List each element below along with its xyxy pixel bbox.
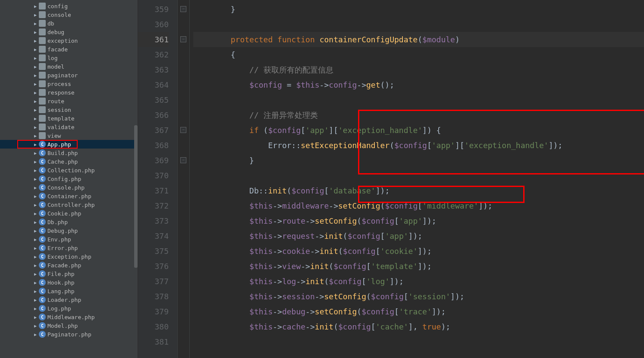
tree-file-Error.php[interactable]: ▶CError.php — [0, 244, 138, 252]
chevron-right-icon[interactable]: ▶ — [33, 47, 38, 52]
code-line-369[interactable]: } — [193, 153, 644, 168]
code-line-378[interactable]: $this->session->setConfig($config['sessi… — [193, 289, 644, 304]
code-line-374[interactable]: $this->request->init($config['app']); — [193, 228, 644, 244]
code-line-377[interactable]: $this->log->init($config['log']); — [193, 274, 644, 289]
code-line-379[interactable]: $this->debug->setConfig($config['trace']… — [193, 304, 644, 319]
code-line-361[interactable]: protected function containerConfigUpdate… — [193, 32, 644, 47]
tree-file-Cache.php[interactable]: ▶CCache.php — [0, 157, 138, 166]
chevron-right-icon[interactable]: ▶ — [33, 323, 38, 328]
code-line-368[interactable]: Error::setExceptionHandler($config['app'… — [193, 138, 644, 153]
sidebar-scrollbar[interactable] — [134, 125, 138, 268]
code-area[interactable]: } protected function containerConfigUpda… — [178, 0, 644, 358]
tree-folder-process[interactable]: ▶process — [0, 79, 138, 88]
code-line-380[interactable]: $this->cache->init($config['cache'], tru… — [193, 319, 644, 334]
chevron-right-icon[interactable]: ▶ — [33, 306, 38, 311]
code-line-366[interactable]: // 注册异常处理类 — [193, 108, 644, 123]
code-line-365[interactable] — [193, 92, 644, 108]
tree-file-Debug.php[interactable]: ▶CDebug.php — [0, 226, 138, 235]
chevron-right-icon[interactable]: ▶ — [33, 315, 38, 320]
chevron-right-icon[interactable]: ▶ — [33, 272, 38, 276]
tree-folder-paginator[interactable]: ▶paginator — [0, 71, 138, 79]
chevron-right-icon[interactable]: ▶ — [33, 280, 38, 285]
tree-folder-debug[interactable]: ▶debug — [0, 28, 138, 36]
chevron-right-icon[interactable]: ▶ — [33, 151, 38, 155]
chevron-right-icon[interactable]: ▶ — [33, 30, 38, 35]
chevron-right-icon[interactable]: ▶ — [33, 73, 38, 78]
chevron-right-icon[interactable]: ▶ — [33, 194, 38, 199]
tree-folder-db[interactable]: ▶db — [0, 19, 138, 28]
chevron-right-icon[interactable]: ▶ — [33, 64, 38, 69]
code-line-364[interactable]: $config = $this->config->get(); — [193, 77, 644, 92]
chevron-right-icon[interactable]: ▶ — [33, 228, 38, 233]
chevron-right-icon[interactable]: ▶ — [33, 142, 38, 147]
tree-file-Container.php[interactable]: ▶CContainer.php — [0, 192, 138, 200]
code-line-381[interactable] — [193, 334, 644, 349]
tree-folder-log[interactable]: ▶log — [0, 54, 138, 62]
tree-file-File.php[interactable]: ▶CFile.php — [0, 269, 138, 278]
chevron-right-icon[interactable]: ▶ — [33, 99, 38, 104]
tree-folder-template[interactable]: ▶template — [0, 114, 138, 123]
tree-file-Exception.php[interactable]: ▶CException.php — [0, 252, 138, 261]
tree-file-Config.php[interactable]: ▶CConfig.php — [0, 174, 138, 183]
tree-folder-validate[interactable]: ▶validate — [0, 123, 138, 131]
code-line-359[interactable]: } — [193, 2, 644, 17]
chevron-right-icon[interactable]: ▶ — [33, 220, 38, 225]
chevron-right-icon[interactable]: ▶ — [33, 38, 38, 43]
tree-file-Hook.php[interactable]: ▶CHook.php — [0, 278, 138, 287]
code-line-372[interactable]: $this->middleware->setConfig($config['mi… — [193, 198, 644, 213]
code-line-367[interactable]: if ($config['app']['exception_handle']) … — [193, 123, 644, 138]
chevron-right-icon[interactable]: ▶ — [33, 211, 38, 216]
chevron-right-icon[interactable]: ▶ — [33, 168, 38, 173]
chevron-right-icon[interactable]: ▶ — [33, 133, 38, 138]
code-line-363[interactable]: // 获取所有的配置信息 — [193, 62, 644, 77]
code-editor[interactable]: 3593603613623633643653663673683693703713… — [138, 0, 644, 358]
chevron-right-icon[interactable]: ▶ — [33, 177, 38, 181]
chevron-right-icon[interactable]: ▶ — [33, 203, 38, 207]
tree-file-Middleware.php[interactable]: ▶CMiddleware.php — [0, 313, 138, 321]
tree-file-Facade.php[interactable]: ▶CFacade.php — [0, 261, 138, 269]
chevron-right-icon[interactable]: ▶ — [33, 185, 38, 190]
tree-file-Paginator.php[interactable]: ▶CPaginator.php — [0, 330, 138, 339]
tree-file-Collection.php[interactable]: ▶CCollection.php — [0, 166, 138, 174]
code-line-370[interactable] — [193, 168, 644, 183]
tree-folder-model[interactable]: ▶model — [0, 62, 138, 71]
tree-folder-exception[interactable]: ▶exception — [0, 36, 138, 45]
chevron-right-icon[interactable]: ▶ — [33, 108, 38, 112]
tree-file-Build.php[interactable]: ▶CBuild.php — [0, 149, 138, 157]
tree-file-App.php[interactable]: ▶CApp.php — [0, 140, 138, 149]
chevron-right-icon[interactable]: ▶ — [33, 159, 38, 164]
tree-folder-view[interactable]: ▶view — [0, 131, 138, 140]
chevron-right-icon[interactable]: ▶ — [33, 13, 38, 17]
tree-file-Model.php[interactable]: ▶CModel.php — [0, 321, 138, 330]
tree-file-Loader.php[interactable]: ▶CLoader.php — [0, 295, 138, 304]
chevron-right-icon[interactable]: ▶ — [33, 82, 38, 86]
tree-file-Controller.php[interactable]: ▶CController.php — [0, 200, 138, 209]
chevron-right-icon[interactable]: ▶ — [33, 289, 38, 294]
code-line-360[interactable] — [193, 17, 644, 32]
tree-file-Db.php[interactable]: ▶CDb.php — [0, 218, 138, 226]
tree-folder-session[interactable]: ▶session — [0, 105, 138, 114]
chevron-right-icon[interactable]: ▶ — [33, 237, 38, 242]
code-line-376[interactable]: $this->view->init($config['template']); — [193, 259, 644, 274]
tree-file-Env.php[interactable]: ▶CEnv.php — [0, 235, 138, 244]
chevron-right-icon[interactable]: ▶ — [33, 21, 38, 26]
tree-folder-config[interactable]: ▶config — [0, 2, 138, 10]
tree-folder-route[interactable]: ▶route — [0, 97, 138, 105]
code-line-362[interactable]: { — [193, 47, 644, 62]
project-tree[interactable]: ▶config▶console▶db▶debug▶exception▶facad… — [0, 0, 138, 358]
chevron-right-icon[interactable]: ▶ — [33, 246, 38, 250]
tree-file-Lang.php[interactable]: ▶CLang.php — [0, 287, 138, 295]
chevron-right-icon[interactable]: ▶ — [33, 298, 38, 302]
chevron-right-icon[interactable]: ▶ — [33, 125, 38, 130]
code-line-373[interactable]: $this->route->setConfig($config['app']); — [193, 213, 644, 228]
tree-file-Log.php[interactable]: ▶CLog.php — [0, 304, 138, 313]
code-line-375[interactable]: $this->cookie->init($config['cookie']); — [193, 244, 644, 259]
tree-folder-response[interactable]: ▶response — [0, 88, 138, 97]
chevron-right-icon[interactable]: ▶ — [33, 332, 38, 337]
tree-file-Console.php[interactable]: ▶CConsole.php — [0, 183, 138, 192]
chevron-right-icon[interactable]: ▶ — [33, 116, 38, 121]
tree-folder-console[interactable]: ▶console — [0, 10, 138, 19]
chevron-right-icon[interactable]: ▶ — [33, 263, 38, 268]
code-line-371[interactable]: Db::init($config['database']); — [193, 183, 644, 198]
chevron-right-icon[interactable]: ▶ — [33, 56, 38, 60]
